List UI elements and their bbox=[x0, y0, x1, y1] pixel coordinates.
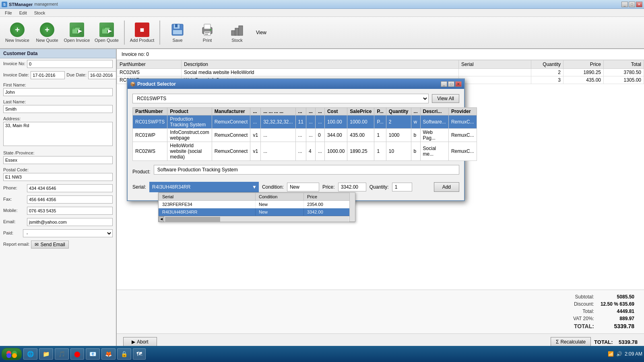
price-label: Price: bbox=[322, 184, 335, 190]
modal-app-icon: 📦 bbox=[130, 82, 136, 87]
ptr1-cost: 100.00 bbox=[324, 115, 347, 129]
hscroll-thumb[interactable] bbox=[165, 217, 220, 222]
ptr2-saleprice: 435.00 bbox=[347, 129, 374, 142]
pt-col-quantity: Quantity bbox=[386, 108, 411, 115]
modal-maximize-btn[interactable]: □ bbox=[448, 81, 454, 87]
ptr1-c4: ... bbox=[306, 115, 315, 129]
ptr3-saleprice: 1890.25 bbox=[347, 142, 374, 161]
sdr2-price: 3342.00 bbox=[304, 208, 355, 216]
product-detail-row: Product: Software Production Tracking Sy… bbox=[132, 165, 459, 179]
ptr3-p: 1 bbox=[374, 142, 386, 161]
serial-dropdown-btn[interactable]: ▼ bbox=[250, 182, 258, 192]
hscroll-left[interactable]: ◀ bbox=[159, 216, 164, 222]
dropdown-scrollbar[interactable] bbox=[349, 193, 355, 222]
product-row[interactable]: RC01SWPTS Production Tracking System Rem… bbox=[133, 115, 477, 129]
sd-col-serial: Serial bbox=[159, 193, 256, 201]
pt-col-c3: ... bbox=[295, 108, 306, 115]
modal-title: 📦 Product Selector bbox=[130, 81, 176, 87]
quantity-label: Quantity: bbox=[369, 184, 389, 190]
ptr3-c5: ... bbox=[315, 142, 324, 161]
ptr1-c2: 32,32,32,32... bbox=[261, 115, 295, 129]
ptr1-saleprice: 1000.00 bbox=[347, 115, 374, 129]
pt-col-partnumber: PartNumber bbox=[133, 108, 167, 115]
ptr2-p: 1 bbox=[374, 129, 386, 142]
condition-label: Condition: bbox=[262, 184, 284, 190]
ptr1-c6: w bbox=[411, 115, 420, 129]
ptr2-c5: 0 bbox=[315, 129, 324, 142]
sdr1-serial: 323RFERFE34 bbox=[159, 201, 256, 208]
ptr3-c1: v1 bbox=[250, 142, 261, 161]
ptr1-c3: 11 bbox=[295, 115, 306, 129]
product-search-select[interactable]: RC01SWPTS bbox=[132, 94, 429, 103]
serial-row: Serial: ▼ Condition: Price: Quantity: Ad… bbox=[132, 182, 459, 192]
ptr1-provider: RemuxC... bbox=[448, 115, 477, 129]
serial-input[interactable] bbox=[150, 183, 250, 191]
serial-dropdown: Serial Condition Price 323RFERFE34 New 2… bbox=[158, 192, 355, 222]
modal-close-btn[interactable]: ✕ bbox=[455, 81, 462, 87]
search-row: RC01SWPTS View All bbox=[132, 94, 459, 103]
ptr3-c3: ... bbox=[295, 142, 306, 161]
condition-input[interactable] bbox=[287, 183, 319, 191]
ptr3-mfr: RemuxConnect bbox=[212, 142, 250, 161]
ptr3-quantity: 10 bbox=[386, 142, 411, 161]
ptr1-quantity: 2 bbox=[386, 115, 411, 129]
ptr3-part: RC02WS bbox=[133, 142, 167, 161]
dropdown-hscroll: ◀ ▶ bbox=[159, 216, 355, 222]
view-all-button[interactable]: View All bbox=[432, 94, 459, 103]
ptr3-c6: b bbox=[411, 142, 420, 161]
ptr3-product: HelloWorld website (social media) bbox=[167, 142, 212, 161]
add-button[interactable]: Add bbox=[434, 182, 459, 192]
ptr2-mfr: RemuxConnect bbox=[212, 129, 250, 142]
pt-col-c6: ... bbox=[411, 108, 420, 115]
ptr2-quantity: 1000 bbox=[386, 129, 411, 142]
pt-col-c2: ... ... ... ... bbox=[261, 108, 295, 115]
ptr2-c2: ... bbox=[261, 129, 295, 142]
ptr2-c4: ... bbox=[306, 129, 315, 142]
pt-col-product: Product bbox=[167, 108, 212, 115]
sdr2-serial: R4I3UH48R34RR bbox=[159, 208, 256, 216]
ptr3-c2: ... bbox=[261, 142, 295, 161]
modal-content: RC01SWPTS View All PartNumber Product Ma… bbox=[128, 89, 464, 200]
modal-title-bar: 📦 Product Selector _ □ ✕ bbox=[128, 79, 464, 89]
quantity-input[interactable] bbox=[392, 183, 412, 191]
serial-row-item[interactable]: R4I3UH48R34RR New 3342.00 bbox=[159, 208, 355, 216]
product-table: PartNumber Product Manufacturer ... ... … bbox=[132, 107, 477, 161]
pt-col-p: P... bbox=[374, 108, 386, 115]
sd-col-price: Price bbox=[304, 193, 355, 201]
product-selector-modal: 📦 Product Selector _ □ ✕ RC01SWPTS View … bbox=[127, 78, 465, 201]
pt-col-cost: Cost bbox=[324, 108, 347, 115]
ptr3-c4: 4 bbox=[306, 142, 315, 161]
sd-col-condition: Condition bbox=[256, 193, 304, 201]
ptr1-part: RC01SWPTS bbox=[133, 115, 167, 129]
ptr2-provider: RemuxC... bbox=[448, 129, 477, 142]
product-detail-value: Software Production Tracking System bbox=[154, 165, 459, 175]
ptr1-mfr: RemuxConnect bbox=[212, 115, 250, 129]
pt-col-c4: ... bbox=[306, 108, 315, 115]
modal-controls: _ □ ✕ bbox=[441, 81, 462, 87]
ptr3-provider: RemuxC... bbox=[448, 142, 477, 161]
modal-title-text: Product Selector bbox=[137, 81, 176, 87]
sdr2-condition: New bbox=[256, 208, 304, 216]
ptr2-descri: Web Pag... bbox=[420, 129, 448, 142]
ptr1-c1: ... bbox=[250, 115, 261, 129]
modal-overlay: 📦 Product Selector _ □ ✕ RC01SWPTS View … bbox=[0, 0, 644, 362]
ptr2-cost: 344.00 bbox=[324, 129, 347, 142]
pt-col-c5: ... bbox=[315, 108, 324, 115]
price-input[interactable] bbox=[338, 183, 366, 191]
ptr1-p: P... bbox=[374, 115, 386, 129]
ptr2-part: RC01WP bbox=[133, 129, 167, 142]
ptr2-c6: b bbox=[411, 129, 420, 142]
modal-minimize-btn[interactable]: _ bbox=[441, 81, 447, 87]
serial-label: Serial: bbox=[132, 184, 146, 190]
pt-col-descri: Descri... bbox=[420, 108, 448, 115]
product-row[interactable]: RC02WS HelloWorld website (social media)… bbox=[133, 142, 477, 161]
pt-col-provider: Provider bbox=[448, 108, 477, 115]
hscroll-track bbox=[165, 217, 349, 222]
serial-row-item[interactable]: 323RFERFE34 New 2354.00 bbox=[159, 201, 355, 208]
sdr1-price: 2354.00 bbox=[304, 201, 355, 208]
ptr1-c5: ... bbox=[315, 115, 324, 129]
ptr1-product: Production Tracking System bbox=[167, 115, 212, 129]
ptr1-descri: Software... bbox=[420, 115, 448, 129]
sdr1-condition: New bbox=[256, 201, 304, 208]
product-row[interactable]: RC01WP InfoConstruct.com webpage RemuxCo… bbox=[133, 129, 477, 142]
